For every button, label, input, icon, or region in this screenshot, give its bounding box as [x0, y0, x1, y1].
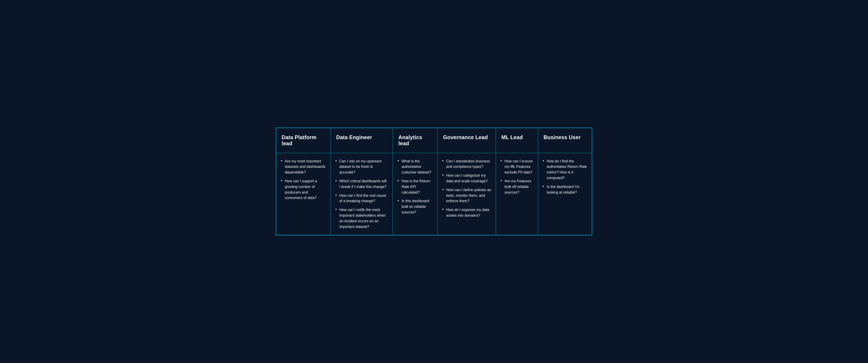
header-analytics-lead: Analytics lead — [393, 128, 438, 153]
list-item: Are my Features built off reliable sourc… — [500, 178, 533, 195]
cell-data-engineer: Can I rely on my upstream dataset to be … — [331, 153, 393, 235]
roles-table: Data Platform leadData EngineerAnalytics… — [276, 128, 592, 236]
list-item: How can I find the root cause of a break… — [335, 193, 388, 204]
header-data-engineer: Data Engineer — [331, 128, 393, 153]
list-item: How can I define policies as tests, moni… — [442, 187, 491, 204]
header-governance-lead: Governance Lead — [438, 128, 496, 153]
list-data-engineer: Can I rely on my upstream dataset to be … — [335, 159, 388, 230]
list-item: How can I ensure my ML Features exclude … — [500, 159, 533, 175]
main-table-container: Data Platform leadData EngineerAnalytics… — [276, 128, 592, 236]
list-item: Are my most important datasets and dashb… — [281, 159, 326, 175]
cell-data-platform-lead: Are my most important datasets and dashb… — [276, 153, 331, 235]
list-data-platform-lead: Are my most important datasets and dashb… — [281, 159, 326, 201]
list-item: Which critical dashboards will I break i… — [335, 178, 388, 190]
list-item: How can I categorize my data and scale c… — [442, 173, 491, 184]
cell-analytics-lead: What is the authoritative customer datas… — [393, 153, 438, 235]
list-item: How can I notify the most important stak… — [335, 207, 388, 230]
header-ml-lead: ML Lead — [496, 128, 538, 153]
header-data-platform-lead: Data Platform lead — [276, 128, 331, 153]
list-item: Is the dashboard I'm looking at reliable… — [543, 184, 587, 195]
cell-governance-lead: Can I standardize business and complianc… — [438, 153, 496, 235]
cell-business-user: How do I find the authoritative Return R… — [538, 153, 592, 235]
list-analytics-lead: What is the authoritative customer datas… — [397, 159, 433, 215]
content-row: Are my most important datasets and dashb… — [276, 153, 592, 235]
list-ml-lead: How can I ensure my ML Features exclude … — [500, 159, 533, 195]
list-item: Can I standardize business and complianc… — [442, 159, 491, 170]
list-item: How do I organize my data assets into do… — [442, 207, 491, 219]
list-item: Can I rely on my upstream dataset to be … — [335, 159, 388, 175]
header-row: Data Platform leadData EngineerAnalytics… — [276, 128, 592, 153]
cell-ml-lead: How can I ensure my ML Features exclude … — [496, 153, 538, 235]
list-governance-lead: Can I standardize business and complianc… — [442, 159, 491, 219]
list-business-user: How do I find the authoritative Return R… — [543, 159, 587, 195]
list-item: How is the Return Rate KPI calculated? — [397, 178, 433, 195]
list-item: How do I find the authoritative Return R… — [543, 159, 587, 181]
list-item: Is this dashboard built on reliable sour… — [397, 198, 433, 215]
list-item: How can I support a growing number of pr… — [281, 178, 326, 201]
header-business-user: Business User — [538, 128, 592, 153]
list-item: What is the authoritative customer datas… — [397, 159, 433, 175]
